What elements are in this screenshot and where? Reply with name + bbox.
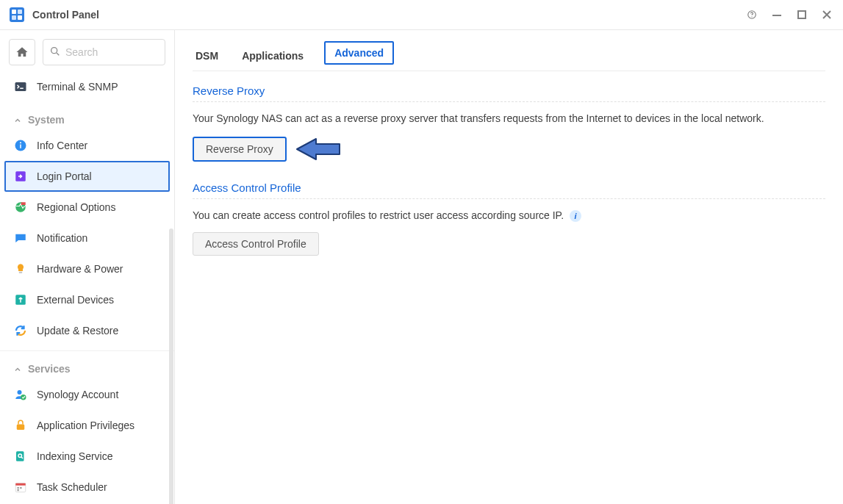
reverse-proxy-button[interactable]: Reverse Proxy — [193, 137, 287, 162]
svg-point-9 — [51, 47, 57, 53]
svg-rect-11 — [20, 88, 24, 90]
sidebar-group-label: Services — [28, 363, 71, 375]
sidebar-group-label: System — [28, 114, 65, 126]
sidebar-item-regional-options[interactable]: Regional Options — [0, 192, 174, 223]
user-check-icon — [13, 387, 28, 402]
sidebar-item-external-devices[interactable]: External Devices — [0, 284, 174, 315]
sidebar-scrollbar[interactable] — [169, 228, 173, 504]
svg-rect-27 — [18, 487, 19, 489]
section-title-access-control: Access Control Profile — [193, 181, 825, 194]
window-titlebar: Control Panel — [0, 0, 843, 30]
divider — [193, 101, 825, 102]
search-icon — [49, 46, 61, 60]
sidebar-item-login-portal[interactable]: Login Portal — [4, 161, 170, 192]
svg-rect-7 — [772, 15, 781, 16]
chat-icon — [13, 231, 28, 245]
tab-applications[interactable]: Applications — [239, 44, 306, 71]
sidebar-item-label: Application Privileges — [37, 420, 134, 431]
sidebar-item-label: Task Scheduler — [37, 481, 107, 493]
svg-point-6 — [751, 16, 752, 17]
section-desc-access-control: You can create access control profiles t… — [193, 209, 825, 222]
globe-icon — [13, 200, 28, 215]
refresh-icon — [13, 323, 28, 338]
svg-rect-13 — [20, 145, 21, 148]
divider — [193, 198, 825, 199]
sidebar-item-label: Info Center — [37, 140, 87, 151]
tab-dsm[interactable]: DSM — [193, 44, 221, 71]
sidebar-item-label: Login Portal — [37, 170, 92, 182]
terminal-icon — [13, 79, 28, 94]
home-button[interactable] — [9, 39, 35, 65]
login-portal-icon — [13, 169, 28, 184]
calendar-icon — [13, 480, 28, 494]
tabs: DSM Applications Advanced — [193, 30, 825, 71]
svg-rect-4 — [18, 15, 22, 20]
sidebar-item-label: Hardware & Power — [37, 263, 123, 275]
search-input[interactable] — [65, 46, 159, 58]
section-title-reverse-proxy: Reverse Proxy — [193, 84, 825, 97]
window-title: Control Panel — [32, 9, 746, 21]
access-control-profile-button[interactable]: Access Control Profile — [193, 232, 319, 256]
svg-rect-0 — [10, 7, 24, 22]
sidebar-item-hardware-power[interactable]: Hardware & Power — [0, 253, 174, 284]
svg-rect-2 — [18, 10, 22, 14]
svg-rect-8 — [798, 11, 806, 18]
chevron-up-icon — [13, 364, 22, 373]
maximize-button[interactable] — [796, 9, 808, 21]
svg-rect-3 — [12, 15, 16, 20]
svg-rect-1 — [12, 10, 16, 14]
section-desc-text: You can create access control profiles t… — [193, 209, 564, 221]
close-button[interactable] — [821, 9, 833, 21]
sidebar-item-label: Notification — [37, 232, 87, 244]
help-button[interactable] — [746, 9, 758, 21]
info-icon[interactable]: i — [570, 210, 581, 222]
bulb-icon — [13, 262, 28, 276]
sidebar-item-application-privileges[interactable]: Application Privileges — [0, 410, 174, 441]
search-field-wrap[interactable] — [43, 39, 165, 65]
svg-rect-22 — [17, 425, 25, 431]
svg-rect-28 — [20, 487, 21, 489]
sidebar-item-label: External Devices — [37, 294, 114, 306]
info-icon — [13, 138, 28, 153]
sidebar-item-notification[interactable]: Notification — [0, 223, 174, 253]
sidebar-item-label: Indexing Service — [37, 450, 113, 462]
svg-point-20 — [18, 390, 22, 395]
sidebar-item-label: Synology Account — [37, 389, 118, 400]
sidebar-group-services[interactable]: Services — [0, 350, 174, 379]
sidebar-item-label: Update & Restore — [37, 325, 118, 336]
sidebar-item-update-restore[interactable]: Update & Restore — [0, 315, 174, 346]
lock-icon — [13, 418, 28, 433]
app-icon — [9, 7, 25, 23]
sidebar-item-synology-account[interactable]: Synology Account — [0, 379, 174, 410]
svg-rect-10 — [15, 82, 26, 91]
svg-point-14 — [20, 142, 21, 143]
sidebar: Terminal & SNMP System Info Center Log — [0, 30, 175, 504]
arrow-annotation-icon — [295, 134, 345, 164]
sidebar-item-info-center[interactable]: Info Center — [0, 130, 174, 161]
svg-rect-23 — [16, 451, 24, 461]
sidebar-group-system[interactable]: System — [0, 102, 174, 130]
sidebar-item-indexing-service[interactable]: Indexing Service — [0, 441, 174, 472]
chevron-up-icon — [13, 115, 22, 124]
svg-rect-29 — [18, 489, 19, 491]
minimize-button[interactable] — [771, 9, 783, 21]
sidebar-item-task-scheduler[interactable]: Task Scheduler — [0, 472, 174, 503]
svg-rect-17 — [21, 202, 26, 205]
section-desc-reverse-proxy: Your Synology NAS can act as a reverse p… — [193, 112, 825, 124]
main-panel: DSM Applications Advanced Reverse Proxy … — [175, 30, 843, 504]
search-doc-icon — [13, 449, 28, 464]
sidebar-item-label: Terminal & SNMP — [37, 81, 118, 93]
svg-rect-18 — [19, 272, 23, 273]
upload-device-icon — [13, 292, 28, 307]
sidebar-item-label: Regional Options — [37, 201, 115, 213]
sidebar-item-terminal-snmp[interactable]: Terminal & SNMP — [0, 71, 174, 102]
svg-rect-26 — [15, 483, 26, 486]
tab-advanced[interactable]: Advanced — [324, 41, 394, 65]
